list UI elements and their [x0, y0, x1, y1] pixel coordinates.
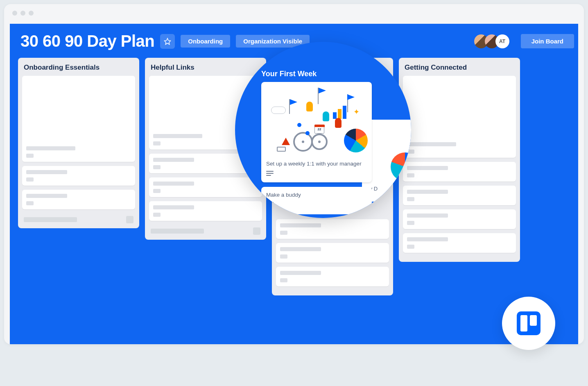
card[interactable]	[149, 201, 262, 221]
card[interactable]	[403, 76, 516, 158]
placeholder-line	[407, 190, 448, 194]
list-title[interactable]: Helpful Links	[149, 63, 262, 76]
member-avatars: AT	[474, 34, 509, 48]
list-title[interactable]: Getting Connected	[403, 63, 516, 76]
card[interactable]	[403, 209, 516, 229]
spotlight-card[interactable]: ✦ 22 Set up a weekly 1:1 with your manag…	[261, 82, 372, 182]
add-card-row[interactable]	[149, 225, 262, 235]
star-icon	[164, 38, 171, 45]
list-getting-connected: Getting Connected	[399, 58, 520, 262]
card[interactable]	[22, 190, 135, 209]
placeholder-line	[407, 245, 414, 249]
placeholder-line	[280, 271, 321, 275]
list-title[interactable]: Onboarding Essentials	[22, 63, 135, 76]
placeholder-line	[26, 154, 34, 158]
spotlight-list-title: Your First Week	[261, 70, 317, 78]
card[interactable]	[403, 162, 516, 182]
placeholder-line	[153, 134, 202, 138]
placeholder-line	[407, 197, 414, 201]
add-icon	[253, 227, 260, 235]
description-icon	[266, 201, 367, 209]
card[interactable]	[403, 186, 516, 205]
placeholder-line	[26, 194, 67, 198]
placeholder-line	[280, 278, 287, 282]
browser-frame: 30 60 90 Day Plan Onboarding Organizatio…	[4, 4, 584, 344]
card[interactable]	[149, 177, 262, 197]
list-onboarding-essentials: Onboarding Essentials	[18, 58, 139, 228]
placeholder-line	[407, 142, 456, 146]
card-title: Set up a weekly 1:1 with your manager	[261, 156, 372, 170]
card[interactable]	[22, 76, 135, 162]
placeholder-line	[26, 201, 34, 205]
placeholder-line	[407, 221, 414, 225]
card[interactable]	[276, 267, 389, 286]
card[interactable]	[403, 233, 516, 253]
window-controls	[4, 4, 584, 22]
placeholder-line	[407, 166, 448, 170]
placeholder-line	[407, 213, 448, 218]
placeholder-line	[26, 177, 34, 182]
placeholder-line	[280, 247, 321, 251]
board-title: 30 60 90 Day Plan	[20, 32, 154, 50]
star-button[interactable]	[160, 34, 175, 49]
onboarding-tag[interactable]: Onboarding	[181, 35, 230, 48]
spotlight-zoom: Your First Week By D ✦ 22	[235, 42, 411, 218]
join-board-button[interactable]: Join Board	[521, 34, 574, 48]
placeholder-line	[407, 173, 414, 177]
window-dot	[12, 11, 17, 16]
placeholder-line	[280, 223, 321, 227]
placeholder-line	[153, 158, 194, 162]
placeholder-line	[407, 237, 448, 241]
placeholder-line	[153, 213, 161, 217]
placeholder-line	[153, 189, 161, 193]
placeholder-line	[153, 182, 194, 186]
add-icon	[126, 216, 133, 223]
card-title: Make a buddy	[266, 192, 367, 198]
card[interactable]	[276, 219, 389, 239]
calendar-icon: 22	[314, 125, 324, 134]
placeholder-line	[151, 229, 204, 234]
placeholder-line	[26, 170, 67, 174]
card-cover-illustration: ✦ 22	[261, 82, 372, 156]
placeholder-line	[153, 205, 194, 209]
card[interactable]	[276, 243, 389, 263]
window-dot	[29, 11, 34, 16]
pie-chart-icon	[344, 129, 368, 152]
window-dot	[20, 11, 25, 16]
placeholder-line	[153, 165, 161, 169]
trello-icon	[517, 311, 541, 335]
description-icon	[266, 170, 372, 177]
placeholder-line	[24, 217, 77, 222]
avatar-initials[interactable]: AT	[495, 34, 509, 48]
add-card-row[interactable]	[22, 213, 135, 223]
card[interactable]	[22, 166, 135, 186]
placeholder-line	[26, 146, 75, 150]
placeholder-line	[280, 231, 287, 235]
trello-logo-fab[interactable]	[502, 297, 555, 350]
placeholder-line	[280, 254, 287, 259]
placeholder-line	[153, 141, 161, 145]
